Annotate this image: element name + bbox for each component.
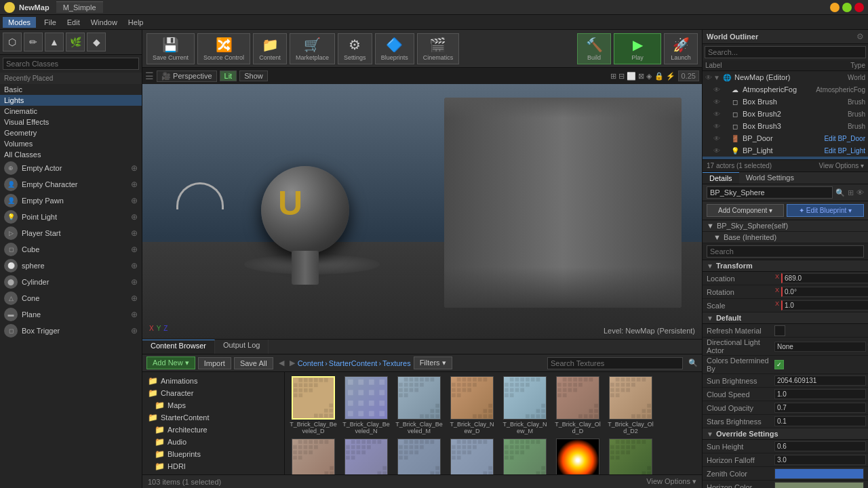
texture-item-0[interactable]: T_Brick_Clay_Beveled_D [289, 376, 338, 434]
menu-edit[interactable]: Edit [62, 17, 85, 28]
colors-determined-check[interactable]: ✓ [774, 360, 784, 369]
build-button[interactable]: 🔨 Build [577, 33, 611, 64]
details-eye-icon[interactable]: 👁 [856, 188, 864, 197]
folder-starter-content[interactable]: 📁 StarterContent [145, 411, 281, 424]
actor-empty-actor[interactable]: ⊕ Empty Actor ⊕ [0, 160, 142, 176]
texture-item-8[interactable]: T_Brick_Cut_N [342, 439, 391, 474]
search-classes-input[interactable] [3, 58, 139, 70]
source-control-button[interactable]: 🔀 Source Control [197, 33, 250, 64]
actor-sphere[interactable]: ⚪ sphere ⊕ [0, 258, 142, 274]
play-button[interactable]: ▶ Play [614, 33, 661, 64]
texture-item-5[interactable]: T_Brick_Clay_Old_D [553, 376, 602, 434]
menu-help[interactable]: Help [123, 17, 149, 28]
details-tab-details[interactable]: Details [703, 172, 739, 184]
wo-eye-newmap[interactable]: 👁 [705, 74, 712, 81]
wo-item-atm[interactable]: 👁 ☁ AtmosphericFog AtmosphericFog [703, 83, 868, 96]
texture-item-3[interactable]: T_Brick_Clay_New_D [448, 376, 496, 434]
category-cinematic[interactable]: Cinematic [0, 106, 142, 117]
texture-item-1[interactable]: T_Brick_Clay_Beveled_N [342, 376, 391, 434]
texture-item-11[interactable]: T_Brick_Hewn_Stone_M [500, 439, 549, 474]
horizon-falloff-input[interactable] [774, 455, 866, 465]
filters-button[interactable]: Filters ▾ [414, 357, 452, 369]
perspective-button[interactable]: 🎥 Perspective [157, 70, 217, 82]
landscape-tool[interactable]: ▲ [45, 33, 64, 52]
output-log-tab[interactable]: Output Log [215, 340, 269, 354]
nav-back-icon[interactable]: ◀ [279, 359, 284, 367]
wo-item-bpdoor[interactable]: 👁 🚪 BP_Door Edit BP_Door [703, 132, 868, 144]
menu-file[interactable]: File [39, 17, 62, 28]
path-textures[interactable]: Textures [382, 359, 411, 367]
nav-forward-icon[interactable]: ▶ [290, 359, 295, 367]
wo-type-bplight[interactable]: Edit BP_Light [811, 147, 865, 155]
file-tab[interactable]: M_Simple [56, 1, 103, 13]
folder-architecture[interactable]: 📁 Architecture [145, 424, 281, 436]
wo-settings-icon[interactable]: ⚙ [856, 32, 864, 41]
point-light-add[interactable]: ⊕ [131, 212, 138, 222]
category-visual-effects[interactable]: Visual Effects [0, 117, 142, 127]
path-starter-content[interactable]: StarterContent [329, 359, 378, 367]
modes-button[interactable]: Modes [3, 17, 36, 28]
details-name-input[interactable] [707, 186, 833, 199]
show-button[interactable]: Show [239, 70, 268, 81]
add-new-button[interactable]: Add New ▾ [146, 357, 195, 369]
viewport[interactable]: U Level: NewMap (Persistent) X Y Z [142, 84, 702, 339]
select-tool[interactable]: ⬡ [3, 33, 22, 52]
wo-eye-boxbrush2[interactable]: 👁 [713, 110, 720, 118]
content-button[interactable]: 📁 Content [253, 33, 287, 64]
refresh-material-toggle[interactable] [774, 325, 785, 336]
component-base[interactable]: ▼ Base (Inherited) [703, 232, 868, 243]
horizon-color-swatch[interactable] [774, 482, 864, 489]
category-basic[interactable]: Basic [0, 84, 142, 95]
wo-eye-atm[interactable]: 👁 [713, 86, 720, 94]
paint-tool[interactable]: ✏ [24, 33, 43, 52]
texture-item-4[interactable]: T_Brick_Clay_New_M [500, 376, 549, 434]
marketplace-button[interactable]: 🛒 Marketplace [290, 33, 335, 64]
save-all-button[interactable]: Save All [234, 357, 273, 369]
wo-expand-newmap[interactable]: ▼ [713, 74, 722, 81]
view-options-button[interactable]: View Options ▾ [646, 477, 696, 486]
wo-item-newmap[interactable]: 👁 ▼ 🌐 NewMap (Editor) World [703, 71, 868, 83]
actor-cylinder[interactable]: ⬤ Cylinder ⊕ [0, 274, 142, 290]
wo-item-boxbrush2[interactable]: 👁 ◻ Box Brush2 Brush [703, 108, 868, 120]
details-grid-icon[interactable]: ⊞ [848, 188, 854, 197]
wo-item-boxbrush3[interactable]: 👁 ◻ Box Brush3 Brush [703, 120, 868, 132]
actor-plane[interactable]: ▬ Plane ⊕ [0, 306, 142, 323]
actor-cone[interactable]: △ Cone ⊕ [0, 290, 142, 306]
folder-animations[interactable]: 📁 Animations [145, 375, 281, 387]
folder-audio[interactable]: 📁 Audio [145, 436, 281, 448]
plane-add[interactable]: ⊕ [131, 310, 138, 319]
actor-empty-pawn[interactable]: 👤 Empty Pawn ⊕ [0, 192, 142, 209]
wo-item-boxbrush[interactable]: 👁 ◻ Box Brush Brush [703, 96, 868, 108]
player-start-add[interactable]: ⊕ [131, 228, 138, 238]
wo-eye-bplight[interactable]: 👁 [713, 147, 720, 155]
cylinder-add[interactable]: ⊕ [131, 277, 138, 287]
view-options-wo-button[interactable]: View Options ▾ [818, 162, 864, 169]
minimize-button[interactable] [830, 3, 840, 12]
folder-hdri[interactable]: 📁 HDRI [145, 460, 281, 472]
category-all-classes[interactable]: All Classes [0, 149, 142, 160]
scale-x-input[interactable] [781, 300, 868, 310]
stars-brightness-input[interactable] [774, 416, 866, 426]
texture-item-2[interactable]: T_Brick_Clay_Beveled_M [395, 376, 443, 434]
actor-player-start[interactable]: ▷ Player Start ⊕ [0, 225, 142, 241]
geometry-tool[interactable]: ◆ [87, 33, 106, 52]
wo-search-input[interactable] [705, 46, 866, 58]
details-search-icon[interactable]: 🔍 [835, 188, 845, 197]
lit-button[interactable]: Lit [220, 70, 237, 81]
texture-item-13[interactable]: T_Bush_D [606, 439, 655, 474]
foliage-tool[interactable]: 🌿 [66, 33, 85, 52]
details-component-search[interactable] [707, 245, 864, 258]
edit-blueprint-button[interactable]: ✦ Edit Blueprint ▾ [787, 204, 864, 217]
component-self[interactable]: ▼ BP_Sky_Sphere(self) [703, 220, 868, 232]
wo-type-bpdoor[interactable]: Edit BP_Door [811, 135, 865, 142]
category-geometry[interactable]: Geometry [0, 127, 142, 138]
import-button[interactable]: Import [198, 357, 231, 369]
texture-item-7[interactable]: T_Brick_Cut_D [289, 439, 338, 474]
cube-add[interactable]: ⊕ [131, 245, 138, 254]
texture-item-12[interactable]: T_Burst_M [553, 439, 602, 474]
settings-button[interactable]: ⚙ Settings [338, 33, 372, 64]
actor-cube[interactable]: ◻ Cube ⊕ [0, 241, 142, 258]
sun-brightness-input[interactable] [774, 375, 866, 386]
menu-window[interactable]: Window [85, 17, 123, 28]
category-lights[interactable]: Lights [0, 95, 142, 106]
